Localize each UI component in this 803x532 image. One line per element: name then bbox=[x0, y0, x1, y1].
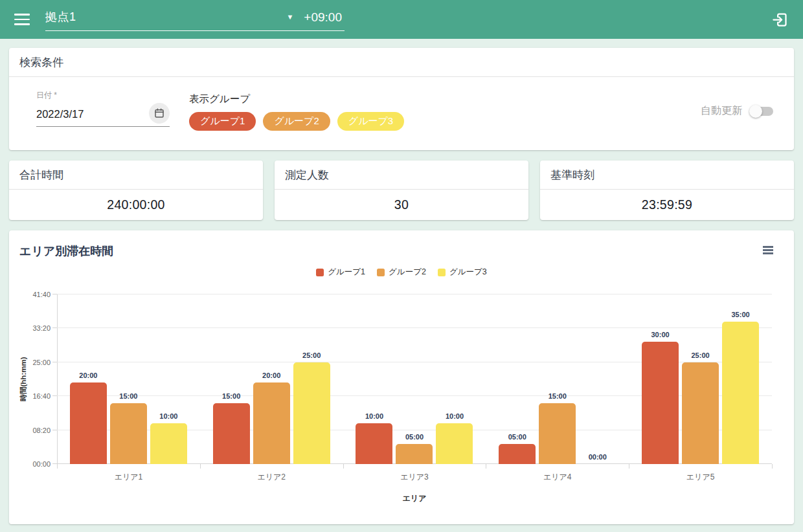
chart-context-menu-button[interactable] bbox=[762, 245, 775, 256]
bar-wrap: 15:00 bbox=[213, 294, 250, 464]
bar-wrap: 00:00 bbox=[579, 294, 616, 464]
legend-item[interactable]: グループ1 bbox=[316, 267, 365, 278]
bar[interactable] bbox=[499, 444, 536, 464]
date-field: 日付 * 2022/3/17 bbox=[36, 90, 170, 127]
bar-wrap: 20:00 bbox=[253, 294, 290, 464]
stat-title: 基準時刻 bbox=[540, 161, 794, 189]
x-category-label: エリア2 bbox=[200, 472, 343, 483]
group-chip[interactable]: グループ2 bbox=[263, 112, 330, 131]
y-tick-label: 16:40 bbox=[32, 392, 51, 400]
bar[interactable] bbox=[70, 382, 107, 464]
toggle-knob bbox=[749, 105, 762, 118]
bar[interactable] bbox=[436, 423, 473, 464]
bar-value-label: 15:00 bbox=[222, 392, 240, 400]
bar-group: 15:0020:0025:00 bbox=[200, 294, 343, 464]
x-category-label: エリア4 bbox=[486, 472, 629, 483]
bar-value-label: 30:00 bbox=[651, 331, 670, 338]
y-tick-label: 00:00 bbox=[32, 460, 51, 468]
page-body: 検索条件 日付 * 2022/3/17 表示グループ bbox=[0, 39, 803, 524]
y-tick-label: 41:40 bbox=[32, 291, 51, 298]
bar-wrap: 10:00 bbox=[150, 294, 187, 464]
legend-label: グループ3 bbox=[449, 267, 487, 278]
bar-value-label: 10:00 bbox=[446, 412, 464, 420]
auto-refresh-toggle[interactable] bbox=[750, 105, 773, 118]
y-axis-title: 時間(hh:mm) bbox=[19, 353, 28, 405]
stat-title: 合計時間 bbox=[9, 161, 263, 189]
bar[interactable] bbox=[539, 403, 576, 464]
chart-plot-area: 時間(hh:mm) 00:0008:2016:4025:0033:2041:40… bbox=[57, 294, 772, 464]
chart-legend: グループ1グループ2グループ3 bbox=[9, 267, 794, 278]
legend-item[interactable]: グループ3 bbox=[438, 267, 487, 278]
bar[interactable] bbox=[722, 322, 759, 464]
legend-swatch bbox=[438, 269, 446, 276]
bar-wrap: 20:00 bbox=[70, 294, 107, 464]
x-axis-labels: エリア1エリア2エリア3エリア4エリア5 bbox=[57, 472, 772, 483]
display-groups-label: 表示グループ bbox=[189, 93, 404, 106]
date-field-label: 日付 * bbox=[36, 90, 170, 101]
bar-groups-layer: 20:0015:0010:0015:0020:0025:0010:0005:00… bbox=[57, 294, 772, 464]
bar-value-label: 15:00 bbox=[119, 392, 137, 400]
stat-card-people-count: 測定人数 30 bbox=[275, 161, 528, 220]
bar-wrap: 15:00 bbox=[539, 294, 576, 464]
bar-value-label: 25:00 bbox=[302, 351, 321, 359]
bar-value-label: 00:00 bbox=[589, 453, 607, 461]
search-body: 日付 * 2022/3/17 表示グループ グループ1グループ2グループ3 bbox=[9, 77, 794, 131]
stat-card-total-time: 合計時間 240:00:00 bbox=[9, 161, 263, 220]
search-conditions-card: 検索条件 日付 * 2022/3/17 表示グループ bbox=[9, 48, 794, 150]
calendar-icon bbox=[153, 107, 165, 119]
y-tick-mark bbox=[52, 430, 57, 430]
hamburger-icon bbox=[14, 14, 30, 16]
bar[interactable] bbox=[396, 444, 433, 464]
site-select-value: 拠点1 bbox=[45, 9, 76, 25]
group-chip[interactable]: グループ3 bbox=[337, 112, 404, 131]
bar[interactable] bbox=[213, 403, 250, 464]
bar[interactable] bbox=[642, 342, 679, 464]
bar[interactable] bbox=[682, 362, 719, 464]
y-tick-mark bbox=[52, 395, 57, 396]
site-select[interactable]: 拠点1 ▼ bbox=[45, 9, 293, 25]
chart-menu-icon bbox=[763, 246, 773, 248]
bar-value-label: 10:00 bbox=[365, 412, 383, 420]
bar-group: 20:0015:0010:00 bbox=[57, 294, 200, 464]
calendar-picker-button[interactable] bbox=[149, 103, 170, 124]
y-tick-mark bbox=[52, 294, 57, 294]
bar-value-label: 20:00 bbox=[79, 371, 97, 379]
stat-card-reference-time: 基準時刻 23:59:59 bbox=[540, 161, 794, 220]
bar[interactable] bbox=[150, 423, 187, 464]
legend-item[interactable]: グループ2 bbox=[377, 267, 426, 278]
y-tick-label: 25:00 bbox=[32, 359, 51, 366]
y-tick-mark bbox=[52, 362, 57, 362]
x-tick-mark bbox=[629, 464, 629, 469]
bar-wrap: 30:00 bbox=[642, 294, 679, 464]
menu-hamburger-button[interactable] bbox=[14, 13, 31, 26]
chevron-down-icon: ▼ bbox=[286, 14, 293, 21]
auto-refresh-label: 自動更新 bbox=[701, 104, 742, 118]
x-tick-mark bbox=[57, 464, 58, 469]
bar[interactable] bbox=[356, 423, 392, 464]
x-axis-title: エリア bbox=[57, 493, 772, 504]
auto-refresh-control: 自動更新 bbox=[701, 104, 773, 118]
logout-button[interactable] bbox=[771, 11, 789, 28]
bar-wrap: 35:00 bbox=[722, 294, 759, 464]
bar[interactable] bbox=[293, 362, 330, 464]
bar-group: 05:0015:0000:00 bbox=[486, 294, 629, 464]
y-tick-mark bbox=[52, 463, 57, 464]
search-card-title: 検索条件 bbox=[9, 48, 794, 76]
area-time-chart-card: エリア別滞在時間 グループ1グループ2グループ3 時間(hh:mm) 00:00… bbox=[9, 230, 794, 524]
bar-value-label: 05:00 bbox=[508, 433, 526, 441]
site-select-row: 拠点1 ▼ +09:00 bbox=[45, 8, 345, 31]
y-tick-mark bbox=[52, 327, 57, 328]
bar[interactable] bbox=[110, 403, 147, 464]
bar[interactable] bbox=[253, 382, 290, 464]
bar-wrap: 25:00 bbox=[682, 294, 719, 464]
timezone-label: +09:00 bbox=[304, 10, 342, 25]
group-chip[interactable]: グループ1 bbox=[189, 112, 256, 131]
x-category-label: エリア5 bbox=[629, 472, 772, 483]
x-category-label: エリア3 bbox=[343, 472, 486, 483]
date-input-value: 2022/3/17 bbox=[36, 108, 84, 120]
bar-value-label: 05:00 bbox=[405, 433, 424, 441]
date-input[interactable]: 2022/3/17 bbox=[36, 101, 170, 127]
x-tick-mark bbox=[772, 464, 773, 469]
legend-label: グループ2 bbox=[389, 267, 426, 278]
legend-swatch bbox=[377, 269, 385, 276]
